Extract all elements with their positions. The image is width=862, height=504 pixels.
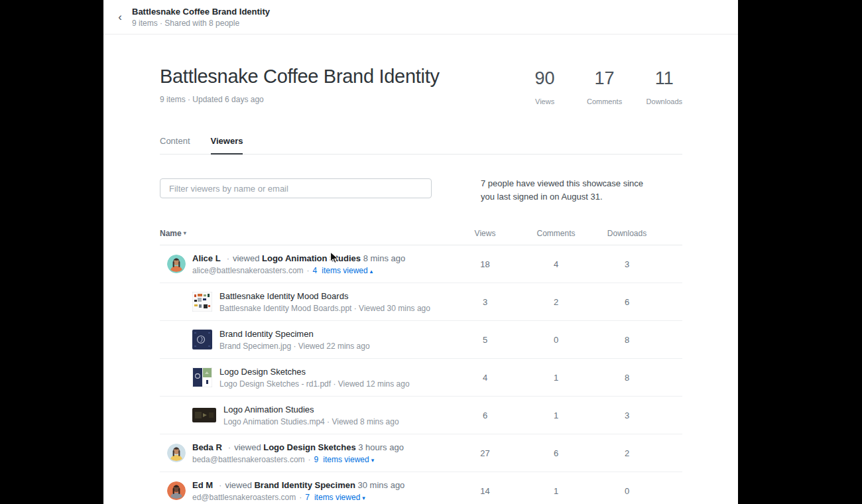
page-title: Battlesnake Coffee Brand Identity (160, 66, 440, 88)
tab-bar: Content Viewers (160, 136, 682, 155)
item-meta: Battlesnake Identity Mood Boards.ppt · V… (219, 304, 430, 313)
avatar (167, 481, 186, 500)
item-row[interactable]: Battlesnake Identity Mood BoardsBattlesn… (160, 283, 682, 321)
topbar-subtitle: 9 items · Shared with 8 people (132, 19, 270, 28)
items-viewed-caret-icon: ▾ (371, 457, 375, 464)
filter-section: 7 people have viewed this showcase since… (160, 178, 682, 204)
views-count: 5 (450, 335, 521, 345)
downloads-count: 3 (591, 259, 662, 269)
viewer-activity-line: Beda R·viewed Logo Design Sketches 3 hou… (192, 442, 404, 452)
viewer-activity-line: Ed M·viewed Brand Identity Specimen 30 m… (192, 480, 404, 490)
viewers-notice: 7 people have viewed this showcase since… (481, 177, 656, 204)
views-count: 6 (450, 410, 521, 420)
downloads-count: 2 (591, 448, 662, 458)
stat-downloads-value: 11 (646, 68, 682, 89)
sketches-thumbnail-icon (192, 367, 212, 387)
viewers-table-body: Alice L·viewed Logo Animation Studies 8 … (160, 245, 682, 504)
viewed-time: 30 mins ago (355, 480, 404, 490)
viewer-email: ed@battlesnakeroasters.com (192, 493, 296, 502)
column-header-name[interactable]: Name▾ (160, 229, 450, 238)
item-title: Logo Animation Studies (223, 405, 399, 414)
viewer-name: Beda R (192, 442, 222, 452)
comments-count: 6 (521, 448, 591, 458)
item-title: Logo Design Sketches (219, 367, 410, 377)
comments-count: 1 (521, 373, 591, 383)
viewed-item-name: Logo Design Sketches (263, 442, 355, 452)
sort-caret-icon: ▾ (184, 230, 186, 236)
stat-views: 90 Views (527, 68, 563, 105)
specimen-thumbnail-icon (192, 330, 212, 349)
item-row[interactable]: Logo Animation StudiesLogo Animation Stu… (160, 397, 682, 434)
item-meta: Brand Specimen.jpg · Viewed 22 mins ago (219, 342, 370, 351)
stat-views-label: Views (527, 97, 563, 105)
items-viewed-caret-icon: ▴ (370, 268, 373, 275)
filter-viewers-input[interactable] (160, 178, 432, 198)
item-title: Battlesnake Identity Mood Boards (219, 291, 430, 301)
downloads-count: 0 (591, 486, 662, 496)
item-row[interactable]: Logo Design SketchesLogo Design Sketches… (160, 359, 682, 397)
topbar-text: Battlesnake Coffee Brand Identity 9 item… (132, 7, 270, 28)
table-header: Name▾ Views Comments Downloads (160, 229, 682, 245)
viewer-email-line: alice@battlesnakeroasters.com·4items vie… (192, 266, 405, 275)
tab-viewers[interactable]: Viewers (211, 136, 243, 155)
viewer-row[interactable]: Alice L·viewed Logo Animation Studies 8 … (160, 245, 682, 283)
column-header-downloads: Downloads (591, 229, 662, 238)
viewed-item-name: Logo Animation Studies (262, 253, 361, 263)
comments-count: 1 (521, 486, 591, 496)
stat-views-value: 90 (527, 68, 563, 89)
comments-count: 1 (521, 410, 591, 420)
viewer-email-line: beda@battlesnakeroasters.com·9items view… (192, 455, 404, 464)
item-meta: Logo Design Sketches - rd1.pdf · Viewed … (219, 379, 410, 389)
comments-count: 0 (521, 335, 591, 345)
viewed-time: 8 mins ago (361, 253, 405, 263)
avatar (167, 444, 186, 462)
viewer-row[interactable]: Ed M·viewed Brand Identity Specimen 30 m… (160, 472, 682, 504)
items-viewed-link[interactable]: 7items viewed▾ (305, 493, 365, 502)
views-count: 27 (450, 448, 521, 458)
viewer-name: Alice L (192, 253, 221, 263)
downloads-count: 8 (591, 373, 662, 383)
comments-count: 4 (521, 259, 591, 269)
views-count: 4 (450, 373, 521, 383)
downloads-count: 6 (591, 297, 662, 307)
column-header-comments: Comments (521, 229, 591, 238)
viewed-time: 3 hours ago (356, 442, 404, 452)
viewed-item-name: Brand Identity Specimen (254, 480, 355, 490)
stat-comments-label: Comments (587, 97, 623, 105)
stat-downloads: 11 Downloads (646, 68, 682, 105)
comments-count: 2 (521, 297, 591, 307)
viewer-activity-line: Alice L·viewed Logo Animation Studies 8 … (192, 253, 405, 263)
video-thumbnail-icon (192, 408, 216, 422)
topbar-title: Battlesnake Coffee Brand Identity (132, 7, 270, 17)
stat-comments-value: 17 (587, 68, 623, 89)
viewer-name: Ed M (192, 480, 213, 490)
moodboard-thumbnail-icon (192, 292, 212, 312)
back-button[interactable]: ‹ (111, 9, 129, 26)
showcase-page: ‹ Battlesnake Coffee Brand Identity 9 it… (103, 0, 738, 504)
items-viewed-link[interactable]: 4items viewed▴ (313, 266, 373, 275)
viewer-row[interactable]: Beda R·viewed Logo Design Sketches 3 hou… (160, 434, 682, 472)
views-count: 14 (450, 486, 521, 496)
item-row[interactable]: Brand Identity SpecimenBrand Specimen.jp… (160, 321, 682, 359)
viewer-email: alice@battlesnakeroasters.com (192, 266, 304, 275)
items-viewed-caret-icon: ▾ (362, 495, 365, 501)
content-area: Battlesnake Coffee Brand Identity 9 item… (103, 66, 738, 504)
downloads-count: 3 (591, 410, 662, 420)
items-viewed-link[interactable]: 9items viewed▾ (314, 455, 375, 464)
views-count: 18 (450, 259, 521, 269)
tab-content[interactable]: Content (160, 136, 190, 154)
hero-section: Battlesnake Coffee Brand Identity 9 item… (160, 66, 682, 105)
avatar (167, 255, 186, 273)
downloads-count: 8 (591, 335, 662, 345)
back-chevron-icon: ‹ (118, 11, 122, 24)
item-meta: Logo Animation Studies.mp4 · Viewed 8 mi… (223, 417, 399, 426)
item-title: Brand Identity Specimen (219, 329, 370, 339)
top-bar: ‹ Battlesnake Coffee Brand Identity 9 it… (103, 0, 738, 34)
viewer-email: beda@battlesnakeroasters.com (192, 455, 305, 464)
views-count: 3 (450, 297, 521, 307)
stat-downloads-label: Downloads (646, 97, 682, 105)
hero-text: Battlesnake Coffee Brand Identity 9 item… (160, 66, 440, 105)
stats-group: 90 Views 17 Comments 11 Downloads (527, 68, 682, 105)
page-meta: 9 items · Updated 6 days ago (160, 95, 440, 104)
column-header-views: Views (450, 229, 521, 238)
